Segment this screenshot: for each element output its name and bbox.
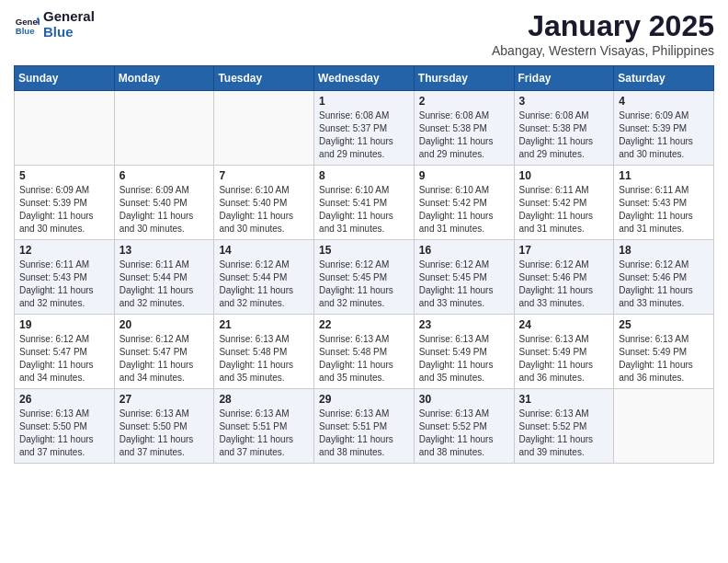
calendar-body: 1Sunrise: 6:08 AM Sunset: 5:37 PM Daylig… <box>15 91 714 464</box>
day-cell: 25Sunrise: 6:13 AM Sunset: 5:49 PM Dayli… <box>614 315 714 389</box>
day-info: Sunrise: 6:12 AM Sunset: 5:47 PM Dayligh… <box>19 333 109 385</box>
day-cell: 27Sunrise: 6:13 AM Sunset: 5:50 PM Dayli… <box>114 389 214 464</box>
day-number: 28 <box>219 393 309 406</box>
day-number: 8 <box>319 169 409 182</box>
day-number: 1 <box>319 95 409 108</box>
week-row-5: 26Sunrise: 6:13 AM Sunset: 5:50 PM Dayli… <box>15 389 714 464</box>
day-info: Sunrise: 6:13 AM Sunset: 5:52 PM Dayligh… <box>519 408 609 459</box>
weekday-wednesday: Wednesday <box>314 66 415 91</box>
day-info: Sunrise: 6:10 AM Sunset: 5:42 PM Dayligh… <box>419 184 509 236</box>
day-info: Sunrise: 6:13 AM Sunset: 5:51 PM Dayligh… <box>219 408 309 459</box>
day-cell: 3Sunrise: 6:08 AM Sunset: 5:38 PM Daylig… <box>514 91 614 166</box>
weekday-tuesday: Tuesday <box>214 66 314 91</box>
day-number: 24 <box>519 318 609 331</box>
day-cell: 21Sunrise: 6:13 AM Sunset: 5:48 PM Dayli… <box>214 315 314 389</box>
day-number: 20 <box>119 318 210 331</box>
month-title: January 2025 <box>492 9 714 43</box>
day-cell <box>614 389 714 464</box>
day-info: Sunrise: 6:11 AM Sunset: 5:44 PM Dayligh… <box>119 259 210 310</box>
day-number: 6 <box>119 169 210 182</box>
weekday-saturday: Saturday <box>614 66 714 91</box>
day-number: 22 <box>319 318 409 331</box>
day-info: Sunrise: 6:13 AM Sunset: 5:48 PM Dayligh… <box>219 333 309 385</box>
day-info: Sunrise: 6:13 AM Sunset: 5:48 PM Dayligh… <box>319 333 409 385</box>
day-info: Sunrise: 6:13 AM Sunset: 5:51 PM Dayligh… <box>319 408 409 459</box>
day-number: 10 <box>519 169 609 182</box>
day-info: Sunrise: 6:10 AM Sunset: 5:41 PM Dayligh… <box>319 184 409 236</box>
day-info: Sunrise: 6:09 AM Sunset: 5:40 PM Dayligh… <box>119 184 210 236</box>
location-subtitle: Abangay, Western Visayas, Philippines <box>492 43 714 58</box>
day-cell: 23Sunrise: 6:13 AM Sunset: 5:49 PM Dayli… <box>414 315 514 389</box>
day-cell <box>114 91 214 166</box>
day-cell: 24Sunrise: 6:13 AM Sunset: 5:49 PM Dayli… <box>514 315 614 389</box>
day-cell: 31Sunrise: 6:13 AM Sunset: 5:52 PM Dayli… <box>514 389 614 464</box>
day-cell <box>214 91 314 166</box>
day-info: Sunrise: 6:10 AM Sunset: 5:40 PM Dayligh… <box>219 184 309 236</box>
day-cell: 22Sunrise: 6:13 AM Sunset: 5:48 PM Dayli… <box>314 315 415 389</box>
weekday-sunday: Sunday <box>15 66 115 91</box>
day-number: 18 <box>619 244 709 257</box>
day-cell: 7Sunrise: 6:10 AM Sunset: 5:40 PM Daylig… <box>214 166 314 240</box>
day-cell: 15Sunrise: 6:12 AM Sunset: 5:45 PM Dayli… <box>314 240 415 315</box>
day-cell: 11Sunrise: 6:11 AM Sunset: 5:43 PM Dayli… <box>614 166 714 240</box>
weekday-thursday: Thursday <box>414 66 514 91</box>
day-cell: 20Sunrise: 6:12 AM Sunset: 5:47 PM Dayli… <box>114 315 214 389</box>
day-number: 21 <box>219 318 309 331</box>
day-info: Sunrise: 6:13 AM Sunset: 5:50 PM Dayligh… <box>19 408 109 459</box>
day-number: 12 <box>19 244 109 257</box>
day-cell: 18Sunrise: 6:12 AM Sunset: 5:46 PM Dayli… <box>614 240 714 315</box>
week-row-2: 5Sunrise: 6:09 AM Sunset: 5:39 PM Daylig… <box>15 166 714 240</box>
day-number: 29 <box>319 393 409 406</box>
day-cell: 2Sunrise: 6:08 AM Sunset: 5:38 PM Daylig… <box>414 91 514 166</box>
day-number: 2 <box>419 95 509 108</box>
day-info: Sunrise: 6:12 AM Sunset: 5:46 PM Dayligh… <box>519 259 609 310</box>
weekday-header-row: SundayMondayTuesdayWednesdayThursdayFrid… <box>15 66 714 91</box>
week-row-4: 19Sunrise: 6:12 AM Sunset: 5:47 PM Dayli… <box>15 315 714 389</box>
day-info: Sunrise: 6:09 AM Sunset: 5:39 PM Dayligh… <box>19 184 109 236</box>
day-info: Sunrise: 6:12 AM Sunset: 5:45 PM Dayligh… <box>319 259 409 310</box>
week-row-3: 12Sunrise: 6:11 AM Sunset: 5:43 PM Dayli… <box>15 240 714 315</box>
day-cell: 13Sunrise: 6:11 AM Sunset: 5:44 PM Dayli… <box>114 240 214 315</box>
day-info: Sunrise: 6:09 AM Sunset: 5:39 PM Dayligh… <box>619 109 709 161</box>
day-cell: 17Sunrise: 6:12 AM Sunset: 5:46 PM Dayli… <box>514 240 614 315</box>
day-cell: 12Sunrise: 6:11 AM Sunset: 5:43 PM Dayli… <box>15 240 115 315</box>
day-cell: 19Sunrise: 6:12 AM Sunset: 5:47 PM Dayli… <box>15 315 115 389</box>
day-info: Sunrise: 6:11 AM Sunset: 5:43 PM Dayligh… <box>19 259 109 310</box>
page-header: General Blue GeneralBlue January 2025 Ab… <box>14 9 714 58</box>
day-cell: 10Sunrise: 6:11 AM Sunset: 5:42 PM Dayli… <box>514 166 614 240</box>
day-number: 13 <box>119 244 210 257</box>
day-info: Sunrise: 6:11 AM Sunset: 5:43 PM Dayligh… <box>619 184 709 236</box>
day-cell: 14Sunrise: 6:12 AM Sunset: 5:44 PM Dayli… <box>214 240 314 315</box>
day-info: Sunrise: 6:08 AM Sunset: 5:38 PM Dayligh… <box>419 109 509 161</box>
logo: General Blue GeneralBlue <box>14 9 95 40</box>
day-cell <box>15 91 115 166</box>
day-number: 16 <box>419 244 509 257</box>
day-cell: 8Sunrise: 6:10 AM Sunset: 5:41 PM Daylig… <box>314 166 415 240</box>
day-cell: 1Sunrise: 6:08 AM Sunset: 5:37 PM Daylig… <box>314 91 415 166</box>
day-number: 7 <box>219 169 309 182</box>
day-number: 3 <box>519 95 609 108</box>
day-info: Sunrise: 6:12 AM Sunset: 5:46 PM Dayligh… <box>619 259 709 310</box>
day-number: 30 <box>419 393 509 406</box>
day-cell: 29Sunrise: 6:13 AM Sunset: 5:51 PM Dayli… <box>314 389 415 464</box>
day-number: 5 <box>19 169 109 182</box>
day-cell: 26Sunrise: 6:13 AM Sunset: 5:50 PM Dayli… <box>15 389 115 464</box>
title-block: January 2025 Abangay, Western Visayas, P… <box>492 9 714 58</box>
weekday-monday: Monday <box>114 66 214 91</box>
day-number: 19 <box>19 318 109 331</box>
day-cell: 4Sunrise: 6:09 AM Sunset: 5:39 PM Daylig… <box>614 91 714 166</box>
svg-text:Blue: Blue <box>16 25 35 35</box>
day-cell: 16Sunrise: 6:12 AM Sunset: 5:45 PM Dayli… <box>414 240 514 315</box>
day-number: 31 <box>519 393 609 406</box>
day-number: 23 <box>419 318 509 331</box>
day-number: 17 <box>519 244 609 257</box>
logo-icon: General Blue <box>14 12 40 38</box>
day-number: 15 <box>319 244 409 257</box>
day-info: Sunrise: 6:13 AM Sunset: 5:49 PM Dayligh… <box>619 333 709 385</box>
day-cell: 5Sunrise: 6:09 AM Sunset: 5:39 PM Daylig… <box>15 166 115 240</box>
day-info: Sunrise: 6:11 AM Sunset: 5:42 PM Dayligh… <box>519 184 609 236</box>
day-number: 4 <box>619 95 709 108</box>
day-cell: 9Sunrise: 6:10 AM Sunset: 5:42 PM Daylig… <box>414 166 514 240</box>
day-number: 26 <box>19 393 109 406</box>
day-info: Sunrise: 6:08 AM Sunset: 5:37 PM Dayligh… <box>319 109 409 161</box>
